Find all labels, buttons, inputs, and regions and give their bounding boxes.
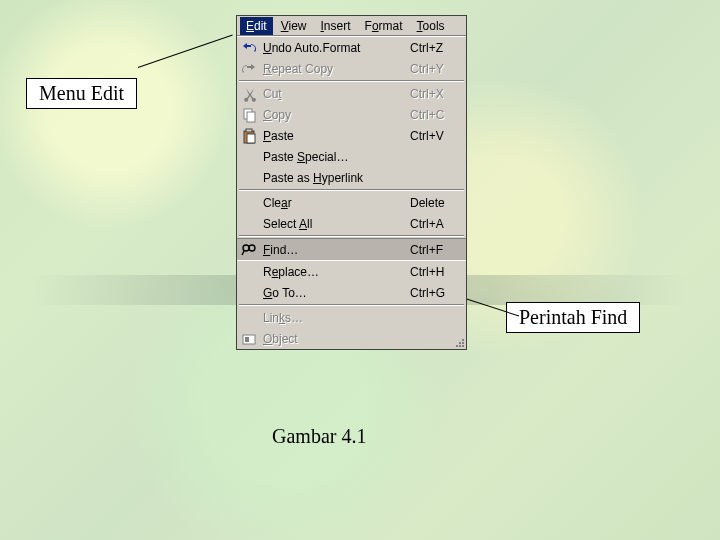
menu-item-go-to[interactable]: Go To…Ctrl+G (237, 282, 466, 303)
menu-item-label: Replace… (261, 265, 410, 279)
menu-item-paste-special[interactable]: Paste Special… (237, 146, 466, 167)
menu-item-label: Copy (261, 108, 410, 122)
menu-item-paste[interactable]: PasteCtrl+V (237, 125, 466, 146)
menu-item-shortcut: Ctrl+A (410, 217, 466, 231)
callout-line-edit (138, 34, 233, 68)
object-icon (237, 331, 261, 347)
callout-find-cmd-text: Perintah Find (519, 306, 627, 328)
menu-item-shortcut: Delete (410, 196, 466, 210)
menubar-item-view[interactable]: View (275, 17, 313, 35)
menu-item-label: Paste Special… (261, 150, 410, 164)
callout-find-cmd: Perintah Find (506, 302, 640, 333)
callout-edit-menu-text: Menu Edit (39, 82, 124, 104)
menu-item-find[interactable]: Find…Ctrl+F (237, 238, 466, 261)
menu-item-label: Cut (261, 87, 410, 101)
menu-separator (239, 189, 464, 191)
edit-dropdown: Undo Auto.FormatCtrl+ZRepeat CopyCtrl+YC… (237, 36, 466, 349)
menubar-item-tools[interactable]: Tools (411, 17, 451, 35)
menubar-item-format[interactable]: Format (359, 17, 409, 35)
menu-item-object: Object (237, 328, 466, 349)
menu-item-label: Undo Auto.Format (261, 41, 410, 55)
menu-item-shortcut: Ctrl+C (410, 108, 466, 122)
menubar-item-edit[interactable]: Edit (240, 17, 273, 35)
svg-rect-10 (245, 337, 249, 342)
find-icon (237, 242, 261, 258)
slide-background: Menu Edit Perintah Find Gambar 4.1 EditV… (0, 0, 720, 540)
menubar-item-insert[interactable]: Insert (315, 17, 357, 35)
paste-icon (237, 128, 261, 144)
svg-line-8 (242, 251, 244, 255)
edit-menu-window: EditViewInsertFormatTools Undo Auto.Form… (236, 15, 467, 350)
menu-item-shortcut: Ctrl+X (410, 87, 466, 101)
svg-rect-3 (246, 129, 252, 132)
figure-caption-text: Gambar 4.1 (272, 425, 366, 447)
redo-icon (237, 61, 261, 77)
svg-point-6 (249, 245, 255, 251)
menu-separator (239, 80, 464, 82)
menubar[interactable]: EditViewInsertFormatTools (237, 16, 466, 36)
menu-separator (239, 304, 464, 306)
svg-rect-1 (247, 112, 255, 122)
callout-edit-menu: Menu Edit (26, 78, 137, 109)
menu-item-paste-as-hyperlink[interactable]: Paste as Hyperlink (237, 167, 466, 188)
menu-separator (239, 235, 464, 237)
menu-item-label: Paste (261, 129, 410, 143)
menu-item-label: Object (261, 332, 410, 346)
svg-rect-4 (247, 134, 255, 143)
menu-item-copy: CopyCtrl+C (237, 104, 466, 125)
menu-item-clear[interactable]: ClearDelete (237, 192, 466, 213)
menu-item-select-all[interactable]: Select AllCtrl+A (237, 213, 466, 234)
menu-item-undo-auto-format[interactable]: Undo Auto.FormatCtrl+Z (237, 37, 466, 58)
menu-item-shortcut: Ctrl+Z (410, 41, 466, 55)
menu-item-label: Paste as Hyperlink (261, 171, 410, 185)
menu-item-label: Clear (261, 196, 410, 210)
resize-grip (454, 337, 464, 347)
menu-item-shortcut: Ctrl+H (410, 265, 466, 279)
menu-item-label: Repeat Copy (261, 62, 410, 76)
menu-item-shortcut: Ctrl+V (410, 129, 466, 143)
copy-icon (237, 107, 261, 123)
menu-item-shortcut: Ctrl+F (410, 243, 466, 257)
menu-item-repeat-copy: Repeat CopyCtrl+Y (237, 58, 466, 79)
menu-item-label: Go To… (261, 286, 410, 300)
figure-caption: Gambar 4.1 (272, 425, 366, 448)
menu-item-links: Links… (237, 307, 466, 328)
cut-icon (237, 86, 261, 102)
menu-item-cut: CutCtrl+X (237, 83, 466, 104)
menu-item-replace[interactable]: Replace…Ctrl+H (237, 261, 466, 282)
menu-item-label: Find… (261, 243, 410, 257)
menu-item-label: Select All (261, 217, 410, 231)
undo-icon (237, 40, 261, 56)
menu-item-label: Links… (261, 311, 410, 325)
svg-point-5 (243, 245, 249, 251)
menu-item-shortcut: Ctrl+G (410, 286, 466, 300)
menu-item-shortcut: Ctrl+Y (410, 62, 466, 76)
